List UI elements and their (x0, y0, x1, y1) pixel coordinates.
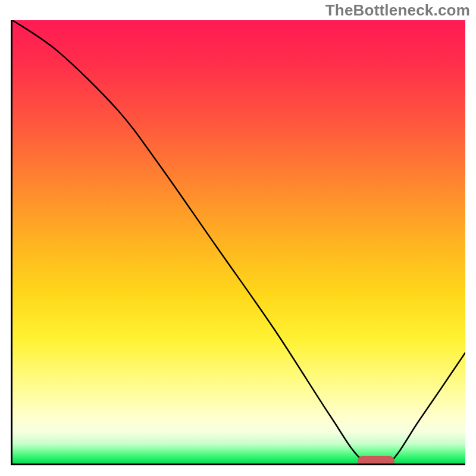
optimum-marker (358, 456, 394, 465)
attribution-label: TheBottleneck.com (325, 1, 470, 20)
plot-area (11, 20, 465, 465)
chart-root: TheBottleneck.com (0, 0, 476, 476)
bottleneck-curve (12, 20, 465, 464)
